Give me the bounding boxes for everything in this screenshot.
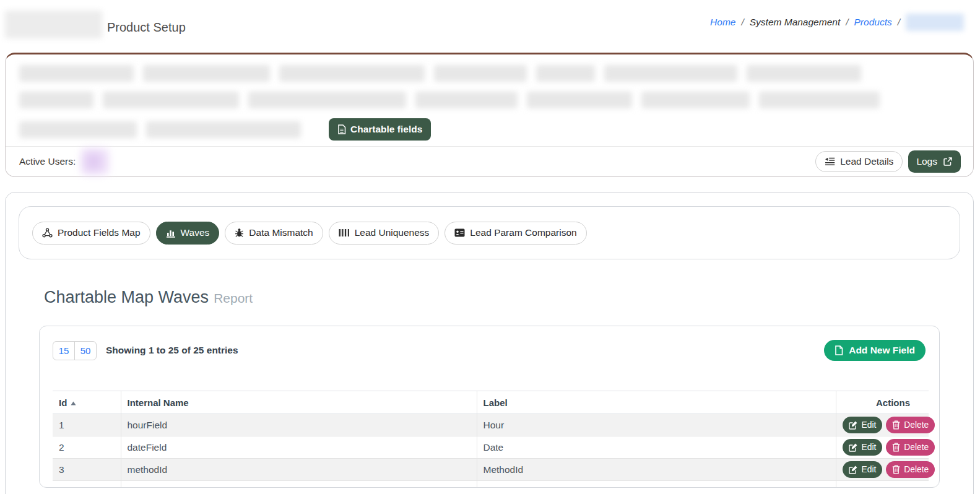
- cell-internal-name: methodId: [121, 459, 477, 481]
- table-row-partial: [53, 481, 929, 488]
- cell-actions: EditDelete: [836, 459, 929, 481]
- sitemap-icon: [42, 228, 53, 238]
- breadcrumb-separator: /: [846, 17, 848, 28]
- redacted-button[interactable]: [604, 65, 737, 82]
- bar-chart-icon: [166, 228, 176, 238]
- delete-button[interactable]: Delete: [886, 417, 935, 433]
- redacted-button[interactable]: [19, 92, 93, 108]
- active-users-avatar-redacted: [80, 148, 110, 175]
- redacted-button[interactable]: [103, 92, 239, 108]
- breadcrumb-products[interactable]: Products: [854, 17, 892, 28]
- chartable-fields-button[interactable]: Chartable fields: [329, 118, 431, 141]
- redacted-button[interactable]: [415, 92, 518, 108]
- product-actions-card: Chartable fields Active Users: Lead Deta…: [5, 53, 974, 177]
- redacted-buttons-area: Chartable fields: [6, 54, 973, 146]
- column-header-internal-name[interactable]: Internal Name: [121, 391, 477, 414]
- edit-button[interactable]: Edit: [843, 461, 883, 478]
- barcode-icon: [339, 228, 350, 237]
- bug-icon: [235, 228, 244, 238]
- column-header-actions: Actions: [836, 391, 929, 414]
- delete-button[interactable]: Delete: [886, 461, 935, 478]
- cell-label: Date: [477, 436, 836, 459]
- page-size-group: 15 50: [53, 341, 97, 360]
- cell-internal-name: hourField: [121, 414, 477, 436]
- logs-button[interactable]: Logs: [908, 150, 961, 173]
- file-lines-icon: [337, 124, 346, 134]
- breadcrumb: Home / System Management / Products /: [710, 14, 964, 31]
- table-row: 2 dateField Date EditDelete: [53, 436, 929, 459]
- redacted-button[interactable]: [536, 65, 595, 82]
- column-header-label[interactable]: Label: [477, 391, 836, 414]
- table-row: 3 methodId MethodId EditDelete: [53, 459, 929, 481]
- report-subtitle: Report: [214, 291, 253, 305]
- cell-id: 2: [53, 436, 121, 459]
- column-header-id[interactable]: Id: [53, 391, 121, 414]
- tab-product-fields-map[interactable]: Product Fields Map: [32, 222, 150, 245]
- edit-button[interactable]: Edit: [843, 439, 883, 456]
- redacted-button[interactable]: [747, 65, 861, 82]
- breadcrumb-separator: /: [741, 17, 744, 28]
- redacted-button[interactable]: [641, 92, 750, 108]
- redacted-button[interactable]: [19, 121, 137, 138]
- breadcrumb-home[interactable]: Home: [710, 17, 735, 28]
- table-header-row: Id Internal Name Label Actions: [53, 391, 929, 414]
- active-users-bar: Active Users: Lead Details Logs: [6, 146, 973, 176]
- breadcrumb-current-redacted: [906, 14, 964, 31]
- app-logo: [5, 11, 102, 38]
- redacted-button[interactable]: [279, 65, 425, 82]
- lead-details-button[interactable]: Lead Details: [815, 151, 903, 172]
- cell-label: Hour: [477, 414, 836, 436]
- waves-report-card: Product Fields Map Waves Data Mismatch L…: [5, 192, 974, 494]
- tab-lead-param-comparison[interactable]: Lead Param Comparison: [444, 222, 586, 245]
- table-row: 1 hourField Hour EditDelete: [53, 414, 929, 436]
- external-link-icon: [943, 157, 953, 167]
- edit-button[interactable]: Edit: [843, 417, 883, 433]
- edit-icon: [849, 443, 858, 452]
- report-title: Chartable Map WavesReport: [44, 288, 973, 307]
- breadcrumb-system-management: System Management: [750, 17, 840, 28]
- cell-actions: EditDelete: [836, 436, 929, 459]
- trash-icon: [892, 420, 900, 430]
- cell-actions: EditDelete: [836, 414, 929, 436]
- active-users-label: Active Users:: [19, 156, 76, 167]
- details-list-icon: [825, 157, 835, 166]
- cell-id: 3: [53, 459, 121, 481]
- redacted-button[interactable]: [146, 121, 301, 138]
- report-tabbar: Product Fields Map Waves Data Mismatch L…: [19, 206, 960, 259]
- table-toolbar: 15 50 Showing 1 to 25 of 25 entries Add …: [40, 326, 939, 361]
- tab-lead-uniqueness[interactable]: Lead Uniqueness: [329, 222, 440, 245]
- breadcrumb-separator: /: [898, 17, 900, 28]
- redacted-button[interactable]: [143, 65, 270, 82]
- showing-entries-text: Showing 1 to 25 of 25 entries: [106, 345, 238, 356]
- cell-internal-name: dateField: [121, 436, 477, 459]
- trash-icon: [892, 443, 900, 452]
- redacted-button[interactable]: [759, 92, 880, 108]
- redacted-button[interactable]: [19, 65, 134, 82]
- file-add-icon: [835, 345, 843, 355]
- edit-icon: [849, 465, 858, 474]
- sort-asc-icon: [71, 401, 76, 405]
- redacted-button[interactable]: [527, 92, 632, 108]
- redacted-button[interactable]: [434, 65, 527, 82]
- page-size-50-button[interactable]: 50: [74, 341, 97, 360]
- tab-data-mismatch[interactable]: Data Mismatch: [225, 222, 323, 245]
- page-title: Product Setup: [107, 20, 186, 35]
- redacted-button[interactable]: [248, 92, 406, 108]
- delete-button[interactable]: Delete: [886, 439, 935, 456]
- page-header: Product Setup Home / System Management /…: [0, 0, 980, 53]
- cell-id: 1: [53, 414, 121, 436]
- trash-icon: [892, 465, 900, 474]
- report-table-card: 15 50 Showing 1 to 25 of 25 entries Add …: [39, 326, 940, 488]
- tab-waves[interactable]: Waves: [156, 222, 220, 245]
- edit-icon: [849, 420, 858, 430]
- cell-label: MethodId: [477, 459, 836, 481]
- page-size-15-button[interactable]: 15: [53, 341, 75, 360]
- id-card-icon: [454, 228, 465, 237]
- waves-table: Id Internal Name Label Actions 1 hourFie…: [53, 391, 929, 488]
- add-new-field-button[interactable]: Add New Field: [824, 340, 926, 361]
